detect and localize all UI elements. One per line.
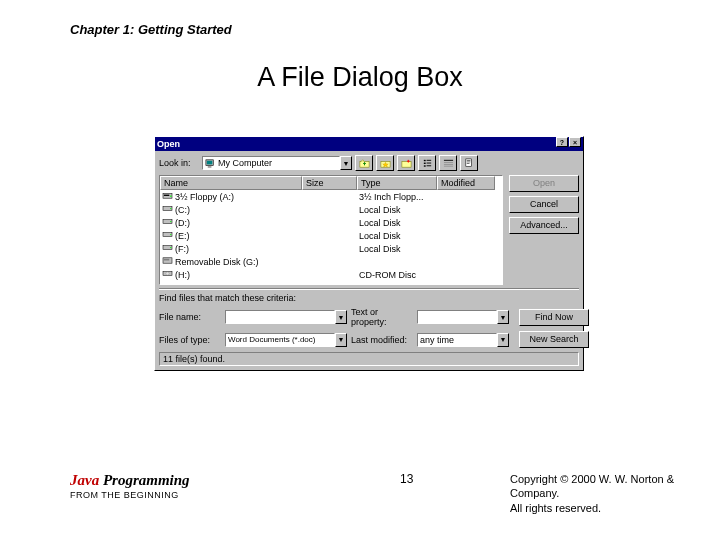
my-computer-icon xyxy=(205,158,216,169)
open-button[interactable]: Open xyxy=(509,175,579,192)
list-item[interactable]: (C:)Local Disk xyxy=(160,203,502,216)
svg-rect-11 xyxy=(426,165,431,166)
last-modified-label: Last modified: xyxy=(351,335,413,345)
svg-point-34 xyxy=(166,272,169,275)
slide-footer: Java Programming FROM THE BEGINNING 13 C… xyxy=(70,472,680,500)
last-modified-dropdown[interactable]: any time ▼ xyxy=(417,333,509,347)
svg-rect-12 xyxy=(443,159,452,160)
hdd-icon xyxy=(162,230,173,239)
properties-icon xyxy=(464,158,475,169)
find-now-button[interactable]: Find Now xyxy=(519,309,589,326)
hdd-icon xyxy=(162,243,173,252)
svg-rect-15 xyxy=(443,165,452,166)
list-view-icon xyxy=(422,158,433,169)
list-item[interactable]: (E:)Local Disk xyxy=(160,229,502,242)
criteria-label: Find files that match these criteria: xyxy=(159,293,579,303)
svg-rect-2 xyxy=(208,166,212,167)
file-list[interactable]: Name Size Type Modified 3½ Floppy (A:)3½… xyxy=(159,175,503,285)
svg-rect-10 xyxy=(423,165,425,166)
svg-rect-7 xyxy=(426,159,431,160)
svg-rect-32 xyxy=(164,259,169,261)
svg-rect-8 xyxy=(423,162,425,163)
up-folder-button[interactable] xyxy=(355,155,373,171)
svg-rect-14 xyxy=(443,163,452,164)
favorites-button[interactable] xyxy=(376,155,394,171)
book-title: Java Programming xyxy=(70,472,190,489)
list-item[interactable]: (F:)Local Disk xyxy=(160,242,502,255)
dialog-titlebar: Open ? × xyxy=(155,137,583,151)
svg-rect-28 xyxy=(170,234,171,235)
properties-button[interactable] xyxy=(460,155,478,171)
list-view-button[interactable] xyxy=(418,155,436,171)
new-folder-button[interactable] xyxy=(397,155,415,171)
open-file-dialog: Open ? × Look in: My Computer ▼ xyxy=(154,136,584,371)
dropdown-arrow-icon[interactable]: ▼ xyxy=(335,333,347,347)
column-header-name[interactable]: Name xyxy=(160,176,302,190)
svg-rect-26 xyxy=(170,221,171,222)
file-name-input[interactable]: ▼ xyxy=(225,310,347,324)
chapter-heading: Chapter 1: Getting Started xyxy=(70,22,232,37)
close-button[interactable]: × xyxy=(569,137,581,147)
removable-icon xyxy=(162,256,173,265)
status-bar: 11 file(s) found. xyxy=(159,352,579,366)
floppy-icon xyxy=(162,191,173,200)
svg-rect-9 xyxy=(426,162,431,163)
advanced-button[interactable]: Advanced... xyxy=(509,217,579,234)
look-in-label: Look in: xyxy=(159,158,199,168)
column-header-size[interactable]: Size xyxy=(302,176,357,190)
up-folder-icon xyxy=(359,158,370,169)
dropdown-arrow-icon[interactable]: ▼ xyxy=(340,156,352,170)
new-folder-icon xyxy=(401,158,412,169)
svg-rect-19 xyxy=(466,163,469,164)
hdd-icon xyxy=(162,204,173,213)
svg-rect-24 xyxy=(170,208,171,209)
svg-rect-17 xyxy=(466,160,470,161)
list-item[interactable]: (D:)Local Disk xyxy=(160,216,502,229)
divider xyxy=(159,288,579,290)
favorites-folder-icon xyxy=(380,158,391,169)
file-name-label: File name: xyxy=(159,312,221,322)
slide-title: A File Dialog Box xyxy=(0,62,720,93)
book-subtitle: FROM THE BEGINNING xyxy=(70,490,190,500)
hdd-icon xyxy=(162,217,173,226)
look-in-value: My Computer xyxy=(218,157,272,169)
dropdown-arrow-icon[interactable]: ▼ xyxy=(497,310,509,324)
help-button[interactable]: ? xyxy=(556,137,568,147)
cdrom-icon xyxy=(162,269,173,278)
details-view-button[interactable] xyxy=(439,155,457,171)
list-item[interactable]: Removable Disk (G:) xyxy=(160,255,502,268)
copyright: Copyright © 2000 W. W. Norton & Company.… xyxy=(510,472,680,515)
svg-rect-21 xyxy=(164,195,169,196)
svg-rect-22 xyxy=(170,196,171,197)
look-in-dropdown[interactable]: My Computer ▼ xyxy=(202,156,352,170)
svg-rect-1 xyxy=(207,160,213,164)
svg-rect-18 xyxy=(466,161,470,162)
files-of-type-dropdown[interactable]: Word Documents (*.doc) ▼ xyxy=(225,333,347,347)
svg-rect-13 xyxy=(443,162,452,163)
new-search-button[interactable]: New Search xyxy=(519,331,589,348)
column-header-modified[interactable]: Modified xyxy=(437,176,495,190)
svg-rect-16 xyxy=(465,158,471,165)
dropdown-arrow-icon[interactable]: ▼ xyxy=(335,310,347,324)
details-view-icon xyxy=(443,158,454,169)
svg-rect-6 xyxy=(423,159,425,160)
list-item[interactable]: 3½ Floppy (A:)3½ Inch Flopp... xyxy=(160,190,502,203)
cancel-button[interactable]: Cancel xyxy=(509,196,579,213)
text-property-input[interactable]: ▼ xyxy=(417,310,509,324)
text-property-label: Text or property: xyxy=(351,307,413,327)
dialog-title: Open xyxy=(157,137,180,151)
files-of-type-label: Files of type: xyxy=(159,335,221,345)
svg-rect-30 xyxy=(170,247,171,248)
page-number: 13 xyxy=(400,472,413,486)
dropdown-arrow-icon[interactable]: ▼ xyxy=(497,333,509,347)
list-item[interactable]: (H:)CD-ROM Disc xyxy=(160,268,502,281)
svg-rect-5 xyxy=(401,161,410,167)
column-header-type[interactable]: Type xyxy=(357,176,437,190)
